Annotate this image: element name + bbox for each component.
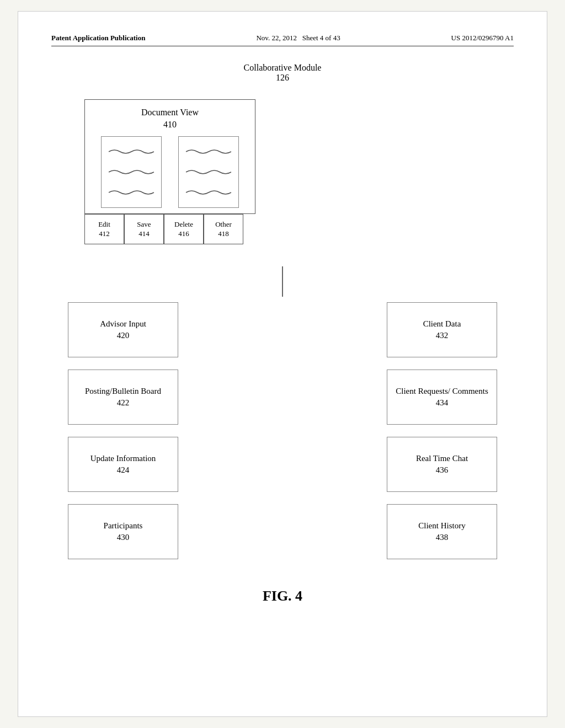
posting-bulletin-box: Posting/Bulletin Board 422 <box>68 370 178 425</box>
client-data-number: 432 <box>436 330 449 341</box>
update-info-number: 424 <box>117 464 130 476</box>
page-header: Patent Application Publication Nov. 22, … <box>51 34 514 46</box>
wave-icon-2 <box>106 167 157 177</box>
client-requests-number: 434 <box>436 397 449 409</box>
vertical-connector <box>282 266 283 297</box>
document-view-container: Document View 410 <box>84 99 514 244</box>
posting-bulletin-label: Posting/Bulletin Board <box>85 386 161 397</box>
advisor-input-label: Advisor Input <box>100 318 146 330</box>
other-button-box[interactable]: Other 418 <box>204 214 243 244</box>
wave-icon-6 <box>183 188 234 197</box>
client-requests-label: Client Requests/ Comments <box>396 386 488 397</box>
participants-box: Participants 430 <box>68 504 178 559</box>
modules-right-column: Client Data 432 Client Requests/ Comment… <box>387 302 497 571</box>
advisor-input-box: Advisor Input 420 <box>68 302 178 357</box>
delete-label: Delete <box>174 220 193 229</box>
participants-number: 430 <box>117 532 130 543</box>
client-data-label: Client Data <box>423 318 461 330</box>
delete-number: 416 <box>178 229 189 239</box>
client-history-label: Client History <box>418 520 465 532</box>
patent-number: US 2012/0296790 A1 <box>451 34 514 42</box>
delete-button-box[interactable]: Delete 416 <box>164 214 204 244</box>
main-title: Collaborative Module 126 <box>51 63 514 83</box>
wave-icon-3 <box>106 188 157 197</box>
save-button-box[interactable]: Save 414 <box>124 214 164 244</box>
wave-icon-4 <box>183 147 234 157</box>
doc-pages-row <box>93 136 247 213</box>
wave-icon-5 <box>183 167 234 177</box>
figure-label: FIG. 4 <box>51 588 514 604</box>
edit-button-box[interactable]: Edit 412 <box>84 214 124 244</box>
patent-label: Patent Application Publication <box>51 34 145 42</box>
date-sheet: Nov. 22, 2012 Sheet 4 of 43 <box>256 34 340 42</box>
doc-view-label: Document View <box>93 108 247 117</box>
advisor-input-number: 420 <box>117 330 130 341</box>
sheet-info: Sheet 4 of 43 <box>302 34 340 42</box>
wave-icon-1 <box>106 147 157 157</box>
other-label: Other <box>215 220 232 229</box>
doc-page-right <box>178 136 239 208</box>
real-time-chat-number: 436 <box>436 464 449 476</box>
client-data-box: Client Data 432 <box>387 302 497 357</box>
doc-view-number: 410 <box>93 120 247 130</box>
client-requests-box: Client Requests/ Comments 434 <box>387 370 497 425</box>
save-number: 414 <box>138 229 150 239</box>
modules-section: Advisor Input 420 Posting/Bulletin Board… <box>51 302 514 571</box>
posting-bulletin-number: 422 <box>117 397 130 409</box>
update-info-label: Update Information <box>90 453 156 464</box>
other-number: 418 <box>218 229 229 239</box>
edit-number: 412 <box>99 229 110 239</box>
doc-page-left <box>101 136 162 208</box>
update-info-box: Update Information 424 <box>68 437 178 492</box>
pub-date: Nov. 22, 2012 <box>256 34 297 42</box>
real-time-chat-box: Real Time Chat 436 <box>387 437 497 492</box>
document-view-box: Document View 410 <box>84 99 255 214</box>
collab-module-label: Collaborative Module <box>51 63 514 73</box>
save-label: Save <box>137 220 151 229</box>
collab-module-number: 126 <box>51 73 514 83</box>
page: Patent Application Publication Nov. 22, … <box>18 11 547 717</box>
client-history-box: Client History 438 <box>387 504 497 559</box>
client-history-number: 438 <box>436 532 449 543</box>
modules-left-column: Advisor Input 420 Posting/Bulletin Board… <box>68 302 178 571</box>
edit-label: Edit <box>98 220 110 229</box>
participants-label: Participants <box>104 520 143 532</box>
real-time-chat-label: Real Time Chat <box>416 453 468 464</box>
buttons-row: Edit 412 Save 414 Delete 416 Other 418 <box>84 214 243 244</box>
